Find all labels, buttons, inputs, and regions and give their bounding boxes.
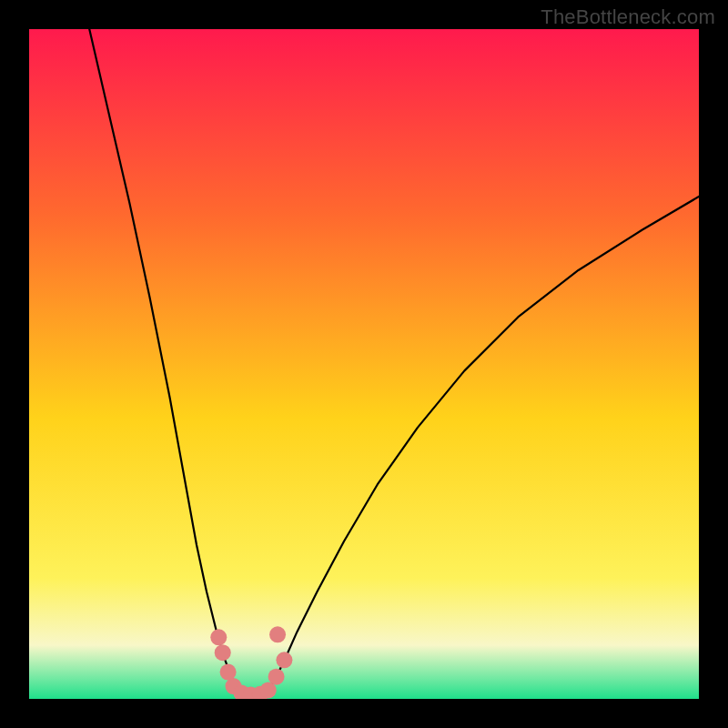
gradient-background [29, 29, 699, 699]
marker-dot [210, 629, 227, 645]
marker-dot [276, 652, 292, 668]
plot-area [29, 29, 699, 699]
watermark-text: TheBottleneck.com [541, 5, 715, 29]
chart-frame: TheBottleneck.com [0, 0, 728, 728]
marker-dot [215, 644, 231, 661]
marker-dot [269, 626, 286, 642]
plot-svg [29, 29, 699, 699]
marker-dot [220, 664, 237, 681]
marker-dot [268, 669, 285, 685]
